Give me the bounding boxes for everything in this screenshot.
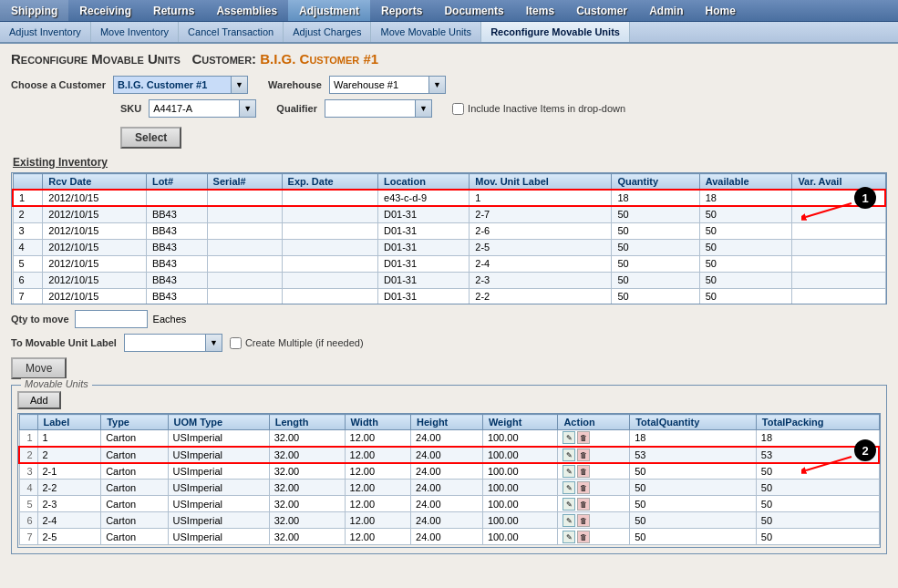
customer-label: Customer: — [191, 51, 256, 67]
subnav-adjust-inventory[interactable]: Adjust Inventory — [0, 22, 91, 42]
nav-home[interactable]: Home — [694, 0, 746, 21]
nav-returns[interactable]: Returns — [142, 0, 205, 21]
inventory-table-wrapper[interactable]: Rcv Date Lot# Serial# Exp. Date Location… — [11, 172, 887, 304]
form-row-1: Choose a Customer ▼ Warehouse ▼ — [11, 76, 887, 94]
customer-name-title: B.I.G. Customer #1 — [260, 51, 378, 67]
list-item[interactable]: 32-1CartonUSImperial32.0012.0024.00100.0… — [19, 463, 879, 480]
annotation-2: 2 — [854, 439, 876, 461]
top-nav: Shipping Receiving Returns Assemblies Ad… — [0, 0, 898, 22]
movable-units-section: Movable Units Add Label Type UOM Type Le… — [11, 385, 887, 554]
eaches-label: Eaches — [153, 314, 187, 325]
to-movable-label: To Movable Unit Label — [11, 337, 117, 348]
annotation-1: 1 — [854, 187, 876, 209]
move-button[interactable]: Move — [11, 357, 67, 379]
nav-receiving[interactable]: Receiving — [68, 0, 142, 21]
col-var-avail: Var. Avail — [792, 174, 885, 191]
mov-col-weight: Weight — [482, 415, 558, 430]
nav-assemblies[interactable]: Assemblies — [205, 0, 288, 21]
mov-col-action: Action — [558, 415, 630, 430]
inventory-table-header: Rcv Date Lot# Serial# Exp. Date Location… — [13, 174, 885, 191]
nav-customer[interactable]: Customer — [565, 0, 638, 21]
sku-combo: ▼ — [149, 99, 256, 118]
customer-combo: ▼ — [113, 76, 248, 94]
form-row-2: SKU ▼ Qualifier ▼ Include Inactive Items… — [120, 99, 887, 118]
table-row[interactable]: 42012/10/15BB43D01-312-55050 — [13, 239, 885, 255]
col-quantity: Quantity — [612, 174, 699, 191]
add-button[interactable]: Add — [17, 391, 61, 409]
choose-customer-label: Choose a Customer — [11, 79, 106, 90]
page-title: Reconfigure Movable Units Customer: B.I.… — [11, 51, 887, 67]
mov-col-length: Length — [269, 415, 345, 430]
svg-line-3 — [806, 457, 852, 470]
customer-input[interactable] — [113, 76, 232, 94]
col-serial: Serial# — [207, 174, 282, 191]
list-item[interactable]: 72-5CartonUSImperial32.0012.0024.00100.0… — [19, 529, 879, 545]
movable-table: Label Type UOM Type Length Width Height … — [18, 414, 880, 545]
nav-items[interactable]: Items — [515, 0, 565, 21]
create-multiple-label: Create Multiple (if needed) — [230, 337, 364, 349]
table-row[interactable]: 52012/10/15BB43D01-312-45050 — [13, 255, 885, 272]
list-item[interactable]: 42-2CartonUSImperial32.0012.0024.00100.0… — [19, 480, 879, 496]
existing-inventory-title: Existing Inventory — [13, 156, 887, 169]
nav-admin[interactable]: Admin — [638, 0, 694, 21]
create-multiple-checkbox[interactable] — [230, 337, 242, 349]
customer-dropdown-btn[interactable]: ▼ — [232, 76, 248, 94]
movable-unit-combo: ▼ — [124, 334, 222, 352]
warehouse-combo: ▼ — [329, 76, 446, 94]
list-item[interactable]: 11CartonUSImperial32.0012.0024.00100.00✎… — [19, 430, 879, 447]
move-controls: Qty to move Eaches — [11, 310, 887, 328]
table-row[interactable]: 22012/10/15BB43D01-312-75050 — [13, 206, 885, 222]
mov-col-type: Type — [101, 415, 168, 430]
inventory-table: Rcv Date Lot# Serial# Exp. Date Location… — [12, 173, 886, 304]
col-location: Location — [378, 174, 470, 191]
subnav-adjust-charges[interactable]: Adjust Charges — [284, 22, 371, 42]
qualifier-input[interactable] — [325, 99, 416, 118]
sku-dropdown-btn[interactable]: ▼ — [240, 99, 256, 118]
col-rcv-date: Rcv Date — [43, 174, 147, 191]
sku-input[interactable] — [149, 99, 240, 118]
include-inactive-checkbox[interactable] — [452, 103, 464, 115]
table-row[interactable]: 12012/10/15e43-c-d-911818 — [13, 190, 885, 206]
to-label-row: To Movable Unit Label ▼ Create Multiple … — [11, 334, 887, 352]
table-row[interactable]: 62012/10/15BB43D01-312-35050 — [13, 272, 885, 288]
movable-unit-dropdown-btn[interactable]: ▼ — [206, 334, 222, 352]
nav-documents[interactable]: Documents — [433, 0, 514, 21]
movable-units-title: Movable Units — [21, 378, 92, 389]
warehouse-input[interactable] — [329, 76, 429, 94]
col-mov-unit-label: Mov. Unit Label — [470, 174, 612, 191]
col-exp-date: Exp. Date — [282, 174, 377, 191]
sub-nav: Adjust Inventory Move Inventory Cancel T… — [0, 22, 898, 44]
qualifier-dropdown-btn[interactable]: ▼ — [416, 99, 432, 118]
list-item[interactable]: 62-4CartonUSImperial32.0012.0024.00100.0… — [19, 512, 879, 529]
movable-table-header: Label Type UOM Type Length Width Height … — [19, 415, 879, 430]
subnav-reconfigure-movable-units[interactable]: Reconfigure Movable Units — [481, 22, 630, 42]
nav-reports[interactable]: Reports — [370, 0, 433, 21]
list-item[interactable]: 22CartonUSImperial32.0012.0024.00100.00✎… — [19, 447, 879, 463]
subnav-move-movable-units[interactable]: Move Movable Units — [371, 22, 481, 42]
table-row[interactable]: 32012/10/15BB43D01-312-65050 — [13, 222, 885, 239]
warehouse-label: Warehouse — [268, 79, 322, 90]
mov-col-width: Width — [345, 415, 411, 430]
mov-col-num — [19, 415, 37, 430]
warehouse-dropdown-btn[interactable]: ▼ — [429, 76, 446, 94]
select-button[interactable]: Select — [120, 127, 181, 149]
qty-section: Qty to move Eaches — [11, 310, 186, 328]
qty-input[interactable] — [75, 310, 148, 328]
subnav-cancel-transaction[interactable]: Cancel Transaction — [179, 22, 284, 42]
list-item[interactable]: 52-3CartonUSImperial32.0012.0024.00100.0… — [19, 496, 879, 512]
subnav-move-inventory[interactable]: Move Inventory — [91, 22, 179, 42]
col-lot: Lot# — [146, 174, 207, 191]
move-btn-wrapper: Move — [11, 357, 887, 379]
col-num — [13, 174, 43, 191]
mov-col-height: Height — [411, 415, 483, 430]
movable-unit-input[interactable] — [124, 334, 206, 352]
sku-label: SKU — [120, 103, 141, 114]
nav-shipping[interactable]: Shipping — [0, 0, 68, 21]
table-row[interactable]: 72012/10/15BB43D01-312-25050 — [13, 288, 885, 304]
mov-col-uom-type: UOM Type — [168, 415, 269, 430]
annotation-1-arrow — [801, 199, 856, 226]
nav-adjustment[interactable]: Adjustment — [288, 0, 370, 21]
page-title-text: Reconfigure Movable Units — [11, 51, 181, 67]
movable-table-wrapper[interactable]: Label Type UOM Type Length Width Height … — [17, 413, 881, 548]
qualifier-label: Qualifier — [276, 103, 317, 114]
